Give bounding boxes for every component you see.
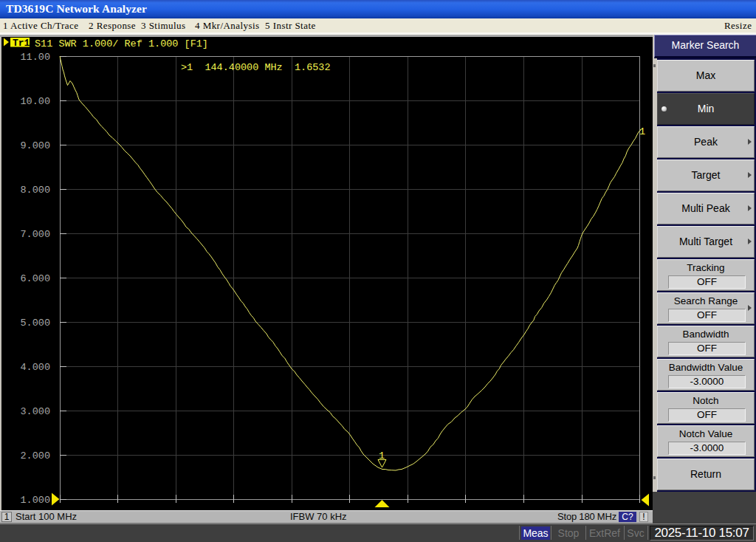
svg-text:4.000: 4.000: [20, 362, 50, 373]
svg-text:9.000: 9.000: [20, 140, 50, 151]
svg-text:5.000: 5.000: [20, 318, 50, 329]
svg-text:1: 1: [379, 450, 385, 462]
svg-text:3.000: 3.000: [20, 406, 50, 417]
svg-text:1.000: 1.000: [20, 495, 50, 506]
svg-text:1: 1: [639, 126, 645, 137]
svg-text:11.00: 11.00: [20, 52, 50, 63]
svg-text:8.000: 8.000: [20, 185, 50, 196]
svg-text:7.000: 7.000: [20, 229, 50, 240]
svg-text:Tr1: Tr1: [13, 38, 30, 49]
svg-text:6.000: 6.000: [20, 273, 50, 284]
svg-text:>1 144.40000 MHz 1.6532: >1 144.40000 MHz 1.6532: [181, 62, 331, 73]
svg-text:10.00: 10.00: [20, 96, 50, 107]
svg-text:S11 SWR 1.000/ Ref 1.000 [F1]: S11 SWR 1.000/ Ref 1.000 [F1]: [35, 38, 208, 49]
svg-text:2.000: 2.000: [20, 450, 50, 462]
